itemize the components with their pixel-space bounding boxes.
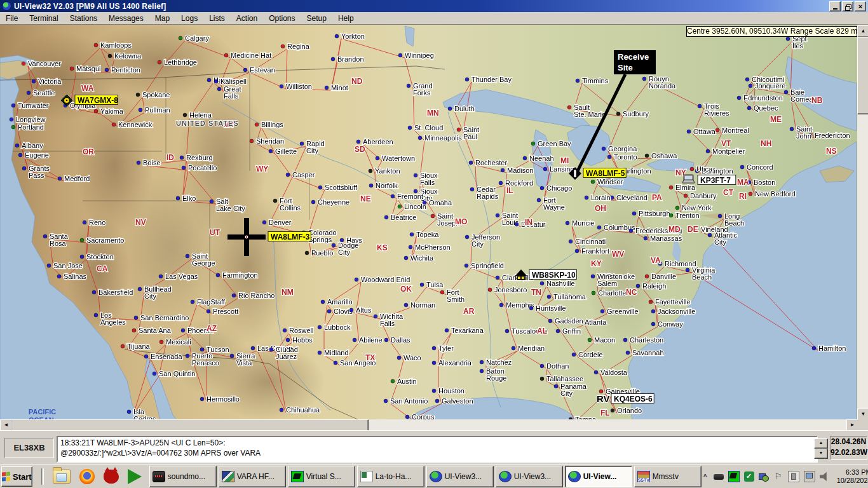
spinner-down-icon[interactable]: ▼: [814, 449, 828, 459]
station-kp3ft-7[interactable]: KP3FT-7: [682, 175, 736, 185]
city-marker: Alexandria: [432, 359, 472, 367]
tray-flag-icon[interactable]: ⚐: [773, 471, 783, 482]
station-kq4eos-6[interactable]: RVKQ4EOS-6: [597, 393, 654, 404]
map-horizontal-scrollbar[interactable]: ◄ ►: [0, 419, 857, 430]
map-canvas[interactable]: KamloopsKelownaVancouverMatsquiPenticton…: [0, 25, 857, 420]
app-globe-icon: [2, 1, 11, 11]
city-marker: Ensenada: [144, 353, 182, 360]
city-label: Austin: [397, 377, 417, 385]
city-label: Tijuana: [127, 342, 151, 350]
menu-action[interactable]: Action: [231, 13, 263, 24]
city-label: Omaha: [429, 199, 452, 207]
city-marker: Las Vegas: [159, 273, 198, 280]
tray-plug-icon[interactable]: [788, 471, 799, 482]
titlebar[interactable]: UI-View32 V2.03 [PM9 All US 1400 Relief]…: [0, 0, 868, 12]
city-label: Eugene: [25, 151, 49, 159]
tray-chevron-icon[interactable]: ^: [702, 473, 709, 480]
city-label: Neenah: [529, 154, 554, 162]
tray-clock[interactable]: 6:33 PM 10/28/2024: [837, 468, 868, 485]
media-play-icon[interactable]: [128, 469, 142, 484]
menu-logs[interactable]: Logs: [175, 13, 203, 24]
map-vertical-scrollbar[interactable]: ▲ ▼: [857, 25, 868, 419]
firefox-icon[interactable]: [79, 469, 95, 484]
city-marker: Lethbridge: [158, 58, 197, 66]
city-marker: Fredericton: [808, 132, 850, 139]
globe-icon: [568, 471, 581, 482]
spinner-up-icon[interactable]: ▲: [814, 438, 828, 449]
monitor-window[interactable]: 18:33:21T WA8LMF-3>APU25N <UI C Len=50>:…: [57, 436, 818, 463]
tray-time: 6:33 PM: [837, 468, 868, 477]
start-button[interactable]: Start: [1, 466, 32, 487]
minimize-button[interactable]: [829, 1, 841, 11]
state-label: IL: [506, 186, 513, 195]
state-label: NM: [281, 288, 294, 297]
state-label: OR: [83, 147, 94, 156]
vscroll-thumb[interactable]: [857, 37, 868, 114]
city-label: Rio Rancho: [238, 292, 275, 299]
city-label: GrandForks: [413, 82, 433, 97]
state-label: KY: [591, 259, 602, 268]
city-label: Reno: [89, 219, 105, 226]
restore-button[interactable]: [842, 1, 853, 11]
city-label: McPherson: [415, 243, 451, 251]
file-manager-icon[interactable]: [53, 470, 71, 484]
city-label: Ensenada: [151, 353, 182, 360]
tray-antivirus-icon[interactable]: ✓: [744, 471, 754, 482]
city-label: Regina: [287, 43, 310, 50]
menu-messages[interactable]: Messages: [103, 13, 149, 24]
city-label: Matsqui: [76, 65, 101, 72]
cursor-coordinates: 28.04.26N 92.02.83W: [830, 436, 867, 460]
city-label: Farmington: [222, 271, 258, 279]
taskbar-button-ui-view-[interactable]: UI-View...: [565, 466, 632, 487]
city-label: Aberdeen: [363, 138, 393, 146]
taskbar-button-virtual-s-[interactable]: Virtual S...: [288, 466, 355, 487]
menu-options[interactable]: Options: [263, 13, 301, 24]
state-label: MO: [455, 217, 467, 226]
tray-network-globe-icon[interactable]: [759, 471, 769, 482]
menu-map[interactable]: Map: [149, 13, 175, 24]
state-label: AZ: [207, 324, 217, 333]
scroll-up-icon[interactable]: ▲: [857, 25, 868, 37]
taskbar-button-vara-hf-[interactable]: VARA HF...: [219, 466, 286, 487]
city-label: San Antonio: [390, 397, 428, 405]
tray-network-pc-icon[interactable]: [804, 471, 815, 482]
close-button[interactable]: ×: [855, 1, 866, 11]
taskbar-button-soundmo-[interactable]: soundmo...: [149, 466, 217, 487]
city-label: Fayetteville: [655, 298, 691, 306]
city-label: Danbury: [690, 192, 717, 200]
city-marker: San Antonio: [384, 397, 428, 405]
menu-file[interactable]: File: [0, 13, 24, 24]
city-label: Tallahassee: [546, 375, 583, 383]
city-label: CiudadJuarez: [276, 346, 298, 360]
state-label: VA: [651, 256, 661, 265]
state-label: WV: [612, 250, 624, 259]
menu-stations[interactable]: Stations: [64, 13, 103, 24]
tray-volume-icon[interactable]: [820, 471, 830, 482]
city-label: Pueblo: [311, 249, 333, 257]
menu-lists[interactable]: Lists: [203, 13, 231, 24]
map-area[interactable]: KamloopsKelownaVancouverMatsquiPenticton…: [0, 24, 857, 420]
monitor-scroll-spinner[interactable]: ▲ ▼: [814, 438, 827, 456]
city-label: San Jose: [53, 262, 83, 269]
taskbar-button-ui-view3-[interactable]: UI-View3...: [426, 466, 494, 487]
state-label: WY: [256, 165, 268, 173]
tray-virtual-serial-icon[interactable]: [728, 471, 740, 482]
city-label: Rexburg: [186, 154, 213, 161]
city-label: Midland: [324, 349, 349, 356]
city-label: Hermosillo: [207, 395, 240, 403]
city-label: St. Cloud: [414, 124, 443, 132]
state-label: KS: [377, 243, 388, 252]
taskbar-button-mmsstv[interactable]: SSTVMmsstv: [634, 466, 702, 487]
city-label: Green Bay: [538, 140, 571, 147]
tray-soundmodem-icon[interactable]: [714, 474, 724, 480]
irfanview-icon[interactable]: [104, 470, 119, 484]
city-label: Manassas: [650, 234, 682, 242]
taskbar-button-label: UI-View3...: [514, 472, 551, 481]
menu-help[interactable]: Help: [332, 13, 360, 24]
menu-terminal[interactable]: Terminal: [24, 13, 64, 24]
city-label: Victoria: [38, 78, 62, 85]
city-label: Stockton: [86, 253, 114, 261]
taskbar-button-la-to-ha-[interactable]: La-to-Ha...: [357, 466, 424, 487]
taskbar-button-ui-view3-[interactable]: UI-View3...: [496, 466, 563, 487]
menu-setup[interactable]: Setup: [301, 13, 332, 24]
